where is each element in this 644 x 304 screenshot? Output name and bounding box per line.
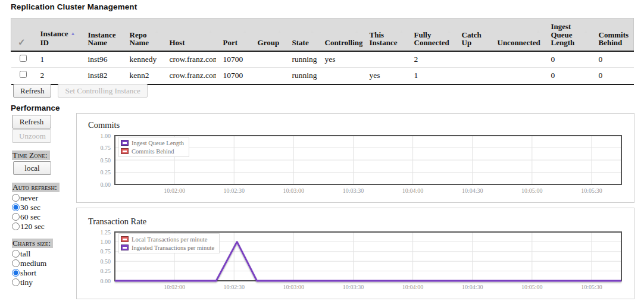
column-header-commits_behind[interactable]: CommitsBehind▲ [592,18,634,51]
svg-text:0.50: 0.50 [101,258,111,265]
sort-hint-icon: ▲ [277,28,282,36]
time-zone-button[interactable]: local [13,161,51,175]
cell-state: running [285,51,318,68]
radio-option-120-sec[interactable]: 120 sec [12,222,79,231]
sort-hint-icon: ▲ [155,28,160,36]
legend-swatch-icon [121,236,129,242]
set-controlling-instance-button[interactable]: Set Controlling Instance [58,84,147,98]
column-header-instance_name[interactable]: InstanceName▲ [81,18,123,51]
cell-controlling: yes [318,51,362,68]
transaction-rate-chart-canvas: 1.251.000.750.500.250.0010:02:0010:02:30… [77,208,634,299]
sort-hint-icon: ▲ [483,28,487,36]
cluster-table-header-row: ✓Instance▲IDInstanceName▲RepoName▲Host▲P… [11,18,634,51]
column-header-this_instance[interactable]: ThisInstance▲ [362,18,407,51]
column-header-fully_connected[interactable]: FullyConnected▲ [407,18,455,51]
radio-input-120-sec[interactable] [12,222,20,230]
svg-text:0.25: 0.25 [101,268,111,274]
legend-swatch-icon [121,148,129,154]
cell-unconnected [490,68,544,84]
svg-text:0.75: 0.75 [101,248,111,255]
charts-size-radio-group: tallmediumshorttiny [12,249,79,287]
sort-hint-icon: ▲ [355,28,359,36]
commits-chart-title: Commits [88,120,120,130]
radio-label: 120 sec [20,222,45,231]
unzoom-button[interactable]: Unzoom [12,129,51,143]
transaction-rate-chart-panel: 1.251.000.750.500.250.0010:02:0010:02:30… [76,208,634,299]
refresh-charts-button[interactable]: Refresh [12,115,51,129]
cell-commits_behind: 0 [592,68,634,84]
row-checkbox[interactable] [20,71,27,78]
column-header-label: Connected [414,39,454,47]
radio-option-30-sec[interactable]: 30 sec [12,203,79,212]
cell-ingest_queue_length: 0 [544,51,592,68]
sort-hint-icon: ▲ [447,28,452,36]
svg-text:10:03:00: 10:03:00 [283,284,305,290]
radio-input-never[interactable] [12,194,20,202]
cell-instance_name: inst82 [81,68,123,84]
radio-input-30-sec[interactable] [12,203,20,211]
column-header-select[interactable]: ✓ [11,18,33,51]
sort-hint-icon: ▲ [310,28,315,36]
radio-option-never[interactable]: never [12,193,79,203]
svg-text:10:05:30: 10:05:30 [581,187,602,194]
cell-group [251,68,285,84]
radio-label: short [20,268,36,277]
legend-label: Commits Behind [132,148,174,155]
radio-option-60-sec[interactable]: 60 sec [12,212,79,222]
column-header-label: Group [258,39,284,47]
transaction-rate-chart-legend: Local Transactions per minuteIngested Tr… [118,233,220,253]
column-header-repo_name[interactable]: RepoName▲ [123,18,162,51]
cluster-table-body: 1inst96kennedycrow.franz.com10700running… [11,51,634,84]
legend-item: Ingest Queue Length [121,139,184,147]
row-checkbox[interactable] [20,55,27,62]
column-header-ingest_queue_length[interactable]: IngestQueueLength▲ [544,18,592,51]
radio-input-tiny[interactable] [12,278,20,286]
column-header-state[interactable]: State▲ [285,18,318,51]
column-header-label: Port [223,39,249,47]
column-header-group[interactable]: Group▲ [251,18,285,51]
select-all-check-icon: ✓ [18,37,26,47]
svg-text:10:02:00: 10:02:00 [164,187,185,194]
cell-repo_name: kennedy [123,51,162,68]
radio-option-short[interactable]: short [12,268,79,278]
auto-refresh-radio-group: never30 sec60 sec120 sec [12,193,79,231]
radio-input-60-sec[interactable] [12,213,20,221]
column-header-instance_id[interactable]: Instance▲ID [33,18,81,51]
svg-text:10:05:00: 10:05:00 [521,187,543,194]
auto-refresh-label: Auto refresh: [12,183,60,192]
commits-chart-canvas: 1.000.750.500.250.0010:02:0010:02:3010:0… [77,114,634,202]
column-header-unconnected[interactable]: Unconnected▲ [490,18,544,51]
radio-input-short[interactable] [12,269,20,277]
cell-repo_name: kenn2 [123,68,162,84]
charts-size-label: Charts size: [12,239,53,248]
cell-instance_name: inst96 [81,51,123,68]
cell-catch_up [455,51,490,68]
column-header-port[interactable]: Port▲ [216,18,251,51]
refresh-table-button[interactable]: Refresh [13,84,51,98]
radio-option-tiny[interactable]: tiny [12,278,79,287]
sort-hint-icon: ▲ [115,28,120,36]
column-header-label: State [292,39,317,47]
cell-fully_connected: 1 [407,68,455,84]
column-header-controlling[interactable]: Controlling▲ [318,18,362,51]
svg-text:10:04:30: 10:04:30 [462,284,483,290]
radio-label: tiny [20,278,33,287]
column-header-host[interactable]: Host▲ [162,18,216,51]
radio-input-tall[interactable] [12,250,20,258]
cell-port: 10700 [216,68,251,84]
table-row: 1inst96kennedycrow.franz.com10700running… [11,51,634,68]
radio-option-medium[interactable]: medium [12,259,79,268]
cell-ingest_queue_length: 0 [544,68,592,84]
cell-this_instance: yes [362,68,407,84]
svg-text:10:02:00: 10:02:00 [164,284,185,290]
radio-option-tall[interactable]: tall [12,249,79,259]
cell-unconnected [490,51,544,68]
radio-input-medium[interactable] [12,259,20,267]
column-header-catch_up[interactable]: CatchUp▲ [455,18,490,51]
legend-item: Ingested Transactions per minute [121,243,214,252]
cluster-table-head: ✓Instance▲IDInstanceName▲RepoName▲Host▲P… [11,18,634,51]
column-header-label: Unconnected [498,39,543,47]
svg-text:10:02:30: 10:02:30 [223,284,245,290]
svg-text:10:04:30: 10:04:30 [462,187,483,194]
sort-hint-icon: ▲ [584,28,589,36]
